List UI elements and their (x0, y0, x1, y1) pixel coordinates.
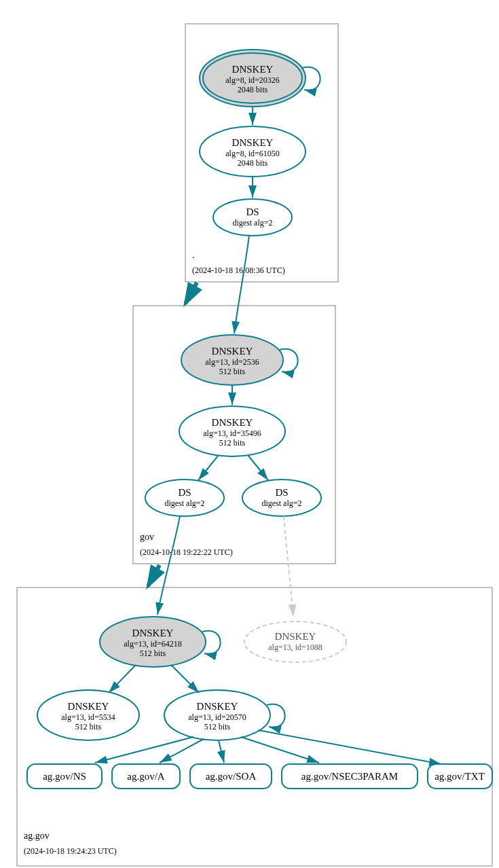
node-ag-zsk2: DNSKEY alg=13, id=20570 512 bits (164, 690, 270, 740)
node-rr-a: ag.gov/A (112, 764, 180, 789)
node-rr-nsec3: ag.gov/NSEC3PARAM (282, 764, 418, 789)
svg-text:digest alg=2: digest alg=2 (164, 499, 204, 508)
node-gov-ds2: DS digest alg=2 (242, 480, 321, 516)
svg-text:DNSKEY: DNSKEY (212, 417, 253, 428)
edge-gov-zsk-ds1 (198, 455, 219, 480)
edge-zsk2-a (160, 739, 204, 763)
node-root-ksk: DNSKEY alg=8, id=20326 2048 bits (200, 50, 306, 107)
zone-aggov-timestamp: (2024-10-18 19:24:23 UTC) (24, 846, 117, 856)
node-gov-ksk: DNSKEY alg=13, id=2536 512 bits (181, 335, 283, 385)
zone-root-timestamp: (2024-10-18 16:08:36 UTC) (192, 266, 285, 275)
edge-zsk2-nsec3 (241, 737, 319, 763)
svg-text:DS: DS (178, 487, 191, 498)
svg-text:DNSKEY: DNSKEY (197, 701, 238, 712)
svg-text:DS: DS (246, 206, 259, 217)
node-ag-missing: DNSKEY alg=13, id=1088 (244, 621, 346, 662)
zone-root-name: . (192, 250, 195, 260)
svg-point-12 (213, 199, 292, 236)
node-ag-zsk1: DNSKEY alg=13, id=5534 512 bits (37, 690, 139, 740)
svg-text:alg=8, id=20326: alg=8, id=20326 (225, 75, 280, 85)
svg-text:digest alg=2: digest alg=2 (261, 499, 301, 508)
svg-text:ag.gov/TXT: ag.gov/TXT (435, 771, 485, 782)
edge-ag-ksk-zsk1 (109, 665, 136, 693)
zone-aggov-name: ag.gov (24, 831, 50, 841)
node-root-ds: DS digest alg=2 (213, 199, 292, 236)
svg-text:512 bits: 512 bits (204, 722, 231, 731)
svg-text:DNSKEY: DNSKEY (232, 137, 274, 148)
node-rr-txt: ag.gov/TXT (428, 764, 492, 789)
svg-text:512 bits: 512 bits (219, 438, 246, 448)
svg-text:DNSKEY: DNSKEY (132, 628, 174, 638)
node-gov-zsk: DNSKEY alg=13, id=35496 512 bits (179, 406, 285, 456)
svg-text:512 bits: 512 bits (219, 367, 246, 376)
svg-text:alg=13, id=64218: alg=13, id=64218 (124, 639, 182, 649)
svg-text:ag.gov/NS: ag.gov/NS (43, 771, 86, 782)
edge-zsk2-txt (258, 730, 441, 764)
svg-text:ag.gov/NSEC3PARAM: ag.gov/NSEC3PARAM (301, 771, 398, 782)
svg-point-33 (244, 621, 346, 662)
edge-gov-zsk-ds2 (248, 455, 268, 480)
zone-gov-name: gov (140, 532, 154, 542)
svg-text:DNSKEY: DNSKEY (232, 64, 274, 75)
dnssec-chain-diagram: . (2024-10-18 16:08:36 UTC) gov (2024-10… (7, 7, 499, 868)
svg-text:2048 bits: 2048 bits (238, 85, 268, 94)
edge-ag-ksk-zsk2 (171, 665, 199, 693)
edge-rootds-govksk (234, 236, 249, 333)
svg-text:DS: DS (275, 487, 288, 498)
edge-gov-to-ag-zone (148, 565, 160, 586)
node-rr-soa: ag.gov/SOA (190, 764, 272, 789)
node-root-zsk: DNSKEY alg=8, id=61050 2048 bits (200, 126, 306, 177)
svg-text:512 bits: 512 bits (75, 722, 102, 731)
svg-text:digest alg=2: digest alg=2 (232, 218, 272, 228)
edge-zsk2-soa (219, 740, 224, 763)
edge-govds1-agksk (158, 516, 180, 615)
svg-text:alg=13, id=20570: alg=13, id=20570 (188, 712, 246, 722)
node-gov-ds1: DS digest alg=2 (145, 480, 224, 516)
svg-text:alg=13, id=1088: alg=13, id=1088 (268, 643, 322, 652)
edge-root-to-gov-zone (185, 283, 197, 304)
svg-point-23 (145, 480, 224, 516)
node-ag-ksk: DNSKEY alg=13, id=64218 512 bits (100, 617, 206, 667)
svg-text:DNSKEY: DNSKEY (275, 631, 316, 642)
svg-text:alg=13, id=2536: alg=13, id=2536 (205, 357, 259, 367)
svg-text:ag.gov/SOA: ag.gov/SOA (206, 771, 257, 782)
svg-text:512 bits: 512 bits (140, 649, 166, 658)
zone-gov-timestamp: (2024-10-18 19:22:22 UTC) (140, 547, 233, 557)
node-rr-ns: ag.gov/NS (27, 764, 102, 789)
svg-text:alg=13, id=35496: alg=13, id=35496 (203, 429, 261, 438)
svg-text:DNSKEY: DNSKEY (68, 701, 109, 712)
svg-text:ag.gov/A: ag.gov/A (127, 771, 165, 782)
svg-text:DNSKEY: DNSKEY (212, 346, 253, 357)
svg-text:alg=13, id=5534: alg=13, id=5534 (61, 712, 115, 722)
svg-text:2048 bits: 2048 bits (238, 158, 268, 168)
edge-govds2-agmissing (284, 516, 293, 617)
svg-text:alg=8, id=61050: alg=8, id=61050 (225, 149, 280, 158)
edge-zsk2-ns (95, 737, 193, 763)
svg-point-26 (242, 480, 321, 516)
